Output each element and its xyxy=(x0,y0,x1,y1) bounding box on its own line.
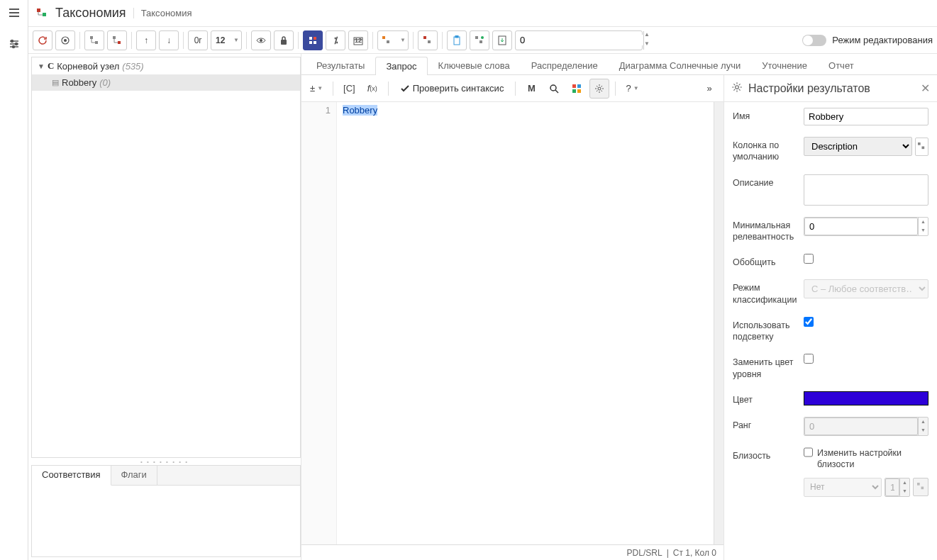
svg-rect-35 xyxy=(454,37,460,45)
toolbar-number-field[interactable] xyxy=(516,35,643,45)
svg-rect-34 xyxy=(428,40,431,43)
breadcrumb: Таксономия xyxy=(133,8,192,18)
plusminus-button[interactable]: ±▼ xyxy=(306,79,327,99)
check-proximity[interactable] xyxy=(804,447,813,457)
percent-button[interactable]: ⁒ xyxy=(326,30,345,50)
zoom-button[interactable] xyxy=(544,79,564,99)
select-proximity: Нет xyxy=(804,478,882,497)
tree-add-button[interactable] xyxy=(84,30,104,50)
tab-keywords[interactable]: Ключевые слова xyxy=(428,56,521,74)
select-defcol[interactable]: Description xyxy=(804,137,912,156)
svg-point-7 xyxy=(15,43,17,45)
svg-rect-15 xyxy=(90,36,93,39)
grid-active-button[interactable] xyxy=(303,30,323,50)
svg-rect-9 xyxy=(37,9,40,12)
app-title: Таксономия xyxy=(55,6,126,21)
target-button[interactable] xyxy=(55,30,75,50)
label-defcol: Колонка по умолчанию xyxy=(733,137,797,163)
c-bracket-button[interactable]: [C] xyxy=(339,79,360,99)
toolbar-number-input[interactable]: ▲▼ xyxy=(515,30,643,50)
check-generalize[interactable] xyxy=(804,254,814,264)
textarea-desc[interactable] xyxy=(804,174,928,206)
arrow-down-button[interactable]: ↓ xyxy=(159,30,179,50)
svg-rect-46 xyxy=(577,89,581,93)
sliders-icon[interactable] xyxy=(6,35,23,52)
label-color: Цвет xyxy=(733,391,797,405)
select-classmode: C – Любое соответств… xyxy=(804,279,928,298)
tree2-button[interactable] xyxy=(418,30,438,50)
document-icon: ▤ xyxy=(52,78,59,87)
tab-matches[interactable]: Соответствия xyxy=(32,466,111,486)
tab-sunburst[interactable]: Диаграмма Солнечные лучи xyxy=(609,56,751,74)
svg-point-14 xyxy=(65,39,67,41)
color-swatch[interactable] xyxy=(804,391,928,405)
vertical-scrollbar[interactable] xyxy=(714,102,723,544)
category-icon: C xyxy=(48,60,54,72)
help-button[interactable]: ?▼ xyxy=(621,79,643,99)
svg-rect-16 xyxy=(95,41,98,44)
svg-rect-10 xyxy=(43,13,46,16)
check-replacecolor[interactable] xyxy=(804,354,814,364)
svg-line-42 xyxy=(555,90,558,93)
m-button[interactable]: M xyxy=(521,79,541,99)
svg-rect-50 xyxy=(921,147,924,150)
svg-rect-32 xyxy=(387,40,389,43)
svg-rect-26 xyxy=(314,37,316,40)
svg-point-6 xyxy=(11,40,13,43)
tab-report[interactable]: Отчет xyxy=(818,56,865,74)
matches-panel xyxy=(32,486,300,556)
tree1-dropdown[interactable]: ▼ xyxy=(377,30,409,50)
input-rank xyxy=(804,418,918,435)
menu-icon[interactable] xyxy=(6,4,23,21)
input-minrel[interactable] xyxy=(804,218,918,235)
collapse-icon[interactable]: ▼ xyxy=(38,62,45,70)
tab-query[interactable]: Запрос xyxy=(375,57,427,75)
clipboard-button[interactable] xyxy=(447,30,467,50)
svg-point-8 xyxy=(12,46,14,48)
arrow-up-button[interactable]: ↑ xyxy=(136,30,156,50)
refresh-button[interactable] xyxy=(33,30,52,50)
eye-button[interactable] xyxy=(251,30,271,50)
calendar-button[interactable]: 12 xyxy=(348,30,368,50)
svg-point-48 xyxy=(736,86,739,89)
svg-rect-19 xyxy=(113,36,116,39)
number-dropdown[interactable]: 12▼ xyxy=(211,30,242,50)
or-button[interactable]: 0r xyxy=(188,30,208,50)
spin-up[interactable]: ▲ xyxy=(644,31,650,40)
grid-color-button[interactable] xyxy=(567,79,587,99)
input-name[interactable] xyxy=(804,108,928,125)
svg-rect-33 xyxy=(423,36,426,39)
tab-results[interactable]: Результаты xyxy=(306,56,375,74)
svg-rect-44 xyxy=(577,84,581,88)
check-syntax-button[interactable]: Проверить синтаксис xyxy=(394,83,510,94)
svg-rect-51 xyxy=(917,483,920,486)
import-button[interactable] xyxy=(492,30,512,50)
close-icon[interactable]: ✕ xyxy=(921,82,930,95)
label-generalize: Обобщить xyxy=(733,254,797,268)
svg-point-41 xyxy=(550,85,556,91)
gear-button[interactable] xyxy=(589,79,609,99)
svg-point-47 xyxy=(598,87,601,90)
tree-root-node[interactable]: ▼ C Корневой узел (535) xyxy=(32,57,300,74)
fx-button[interactable]: f(x) xyxy=(362,79,382,99)
taxonomy-app-icon xyxy=(35,7,48,20)
tab-distribution[interactable]: Распределение xyxy=(521,56,609,74)
check-highlight[interactable] xyxy=(804,317,814,327)
svg-rect-24 xyxy=(281,40,287,45)
tree3-button[interactable] xyxy=(470,30,489,50)
expand-button[interactable]: » xyxy=(699,79,719,99)
horizontal-splitter[interactable]: • • • • • • • • xyxy=(28,458,301,465)
label-desc: Описание xyxy=(733,174,797,189)
svg-point-23 xyxy=(260,39,262,41)
lock-button[interactable] xyxy=(274,30,294,50)
tab-refine[interactable]: Уточнение xyxy=(751,56,818,74)
svg-rect-31 xyxy=(382,36,385,39)
defcol-tree-button[interactable] xyxy=(915,138,928,156)
code-text-area[interactable]: Robbery xyxy=(337,102,714,544)
tab-flags[interactable]: Флаги xyxy=(111,466,157,485)
edit-mode-toggle[interactable] xyxy=(802,35,826,46)
taxonomy-tree[interactable]: ▼ C Корневой узел (535) ▤ Robbery (0) xyxy=(31,57,301,458)
tree-remove-button[interactable] xyxy=(107,30,127,50)
spin-down[interactable]: ▼ xyxy=(644,40,650,50)
tree-child-node[interactable]: ▤ Robbery (0) xyxy=(32,74,300,91)
